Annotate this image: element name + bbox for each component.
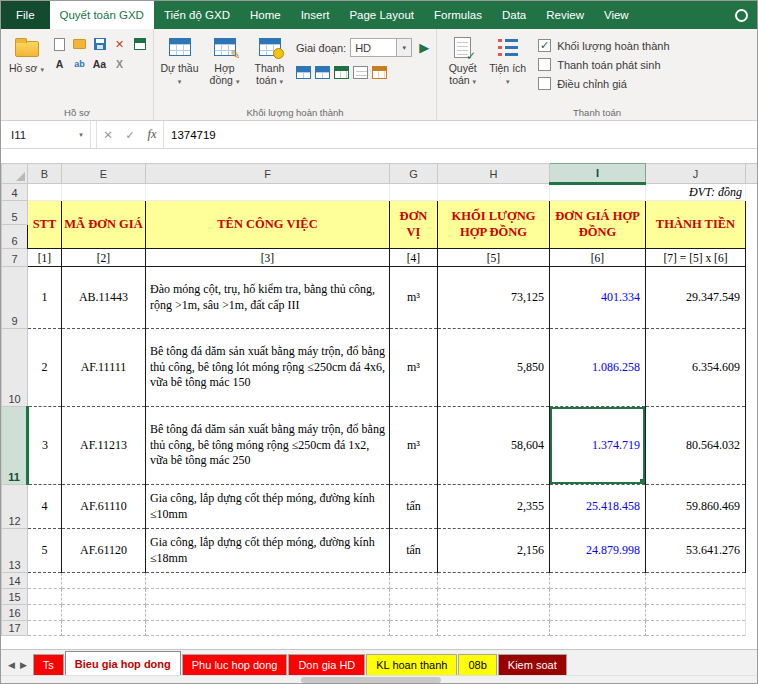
empty-cell[interactable] bbox=[646, 621, 746, 636]
empty-cell[interactable] bbox=[146, 589, 390, 605]
cell-J9[interactable]: 29.347.549 bbox=[646, 267, 746, 329]
tab-home[interactable]: Home bbox=[240, 1, 291, 29]
replace-text-button[interactable]: ab bbox=[71, 56, 88, 72]
checkbox-khoi-luong-hoan-thanh[interactable]: ✓ Khối lượng hoàn thành bbox=[538, 39, 669, 52]
cell-B10[interactable]: 2 bbox=[28, 329, 62, 407]
empty-cell[interactable] bbox=[390, 589, 438, 605]
cell-H12[interactable]: 2,355 bbox=[438, 485, 550, 529]
cell-F7[interactable]: [3] bbox=[146, 249, 390, 267]
empty-cell[interactable] bbox=[62, 573, 146, 589]
tab-review[interactable]: Review bbox=[536, 1, 594, 29]
tab-view[interactable]: View bbox=[594, 1, 639, 29]
export-button[interactable] bbox=[131, 36, 148, 52]
cell-B13[interactable]: 5 bbox=[28, 529, 62, 573]
giai-doan-dropdown[interactable]: HD ▾ bbox=[350, 38, 412, 57]
empty-cell[interactable] bbox=[438, 589, 550, 605]
empty-cell[interactable] bbox=[390, 573, 438, 589]
formula-input[interactable]: 1374719 bbox=[163, 121, 757, 148]
cell-F10[interactable]: Bê tông đá dăm sản xuất bằng máy trộn, đ… bbox=[146, 329, 390, 407]
cancel-button[interactable]: ✕ bbox=[97, 121, 119, 148]
save-button[interactable] bbox=[91, 36, 108, 52]
cell-J4-dvt-note[interactable]: ĐVT: đồng bbox=[646, 184, 746, 201]
empty-cell[interactable] bbox=[28, 573, 62, 589]
cell-H13[interactable]: 2,156 bbox=[438, 529, 550, 573]
cell-G10[interactable]: m³ bbox=[390, 329, 438, 407]
tien-ich-button[interactable]: Tiện ích ▾ bbox=[485, 32, 530, 105]
thanh-toan-button[interactable]: Thanh toán ▾ bbox=[247, 32, 292, 105]
header-thanh-tien[interactable]: THÀNH TIỀN bbox=[646, 201, 746, 249]
sheet-nav-left-icon[interactable]: ◀ bbox=[8, 660, 15, 670]
column-header-E[interactable]: E bbox=[62, 164, 146, 184]
quyet-toan-button[interactable]: Quyết toán ▾ bbox=[440, 32, 485, 105]
empty-cell[interactable] bbox=[646, 573, 746, 589]
cell-F13[interactable]: Gia công, lắp dựng cốt thép móng, đường … bbox=[146, 529, 390, 573]
cell-H11[interactable]: 58,604 bbox=[438, 407, 550, 485]
cell-I10[interactable]: 1.086.258 bbox=[550, 329, 646, 407]
sheet-tab-bieu-gia-hop-dong[interactable]: Bieu gia hop dong bbox=[65, 651, 181, 675]
sheet-tab-08b[interactable]: 08b bbox=[458, 654, 496, 675]
column-header-B[interactable]: B bbox=[28, 164, 62, 184]
cell-F4[interactable] bbox=[146, 184, 390, 201]
row-header-11[interactable]: 11 bbox=[2, 407, 28, 485]
empty-cell[interactable] bbox=[28, 589, 62, 605]
cell-G9[interactable]: m³ bbox=[390, 267, 438, 329]
row-header-7[interactable]: 7 bbox=[2, 249, 28, 267]
cell-E9[interactable]: AB.11443 bbox=[62, 267, 146, 329]
column-header-I[interactable]: I bbox=[550, 164, 646, 184]
cell-H4[interactable] bbox=[438, 184, 550, 201]
cell-B4[interactable] bbox=[28, 184, 62, 201]
cell-F9[interactable]: Đào móng cột, trụ, hố kiểm tra, bằng thủ… bbox=[146, 267, 390, 329]
cell-H7[interactable]: [5] bbox=[438, 249, 550, 267]
cell-H10[interactable]: 5,850 bbox=[438, 329, 550, 407]
header-stt[interactable]: STT bbox=[28, 201, 62, 249]
cell-I11-selected[interactable]: 1.374.719 bbox=[550, 407, 646, 485]
empty-cell[interactable] bbox=[438, 605, 550, 621]
empty-cell[interactable] bbox=[438, 573, 550, 589]
change-case-button[interactable]: Aa bbox=[91, 56, 108, 72]
cell-J7[interactable]: [7] = [5] x [6] bbox=[646, 249, 746, 267]
checkbox-thanh-toan-phat-sinh[interactable]: ✓ Thanh toán phát sinh bbox=[538, 58, 669, 71]
empty-cell[interactable] bbox=[62, 605, 146, 621]
insert-function-button[interactable]: fx bbox=[141, 121, 163, 148]
cell-I12[interactable]: 25.418.458 bbox=[550, 485, 646, 529]
close-file-button[interactable]: ✕ bbox=[111, 36, 128, 52]
empty-cell[interactable] bbox=[62, 621, 146, 636]
empty-cell[interactable] bbox=[646, 589, 746, 605]
cell-I7[interactable]: [6] bbox=[550, 249, 646, 267]
cell-G4[interactable] bbox=[390, 184, 438, 201]
scrollbar-thumb[interactable] bbox=[301, 677, 441, 683]
tab-quyet-toan-gxd[interactable]: Quyết toán GXD bbox=[50, 1, 154, 29]
tab-data[interactable]: Data bbox=[492, 1, 536, 29]
cell-J10[interactable]: 6.354.609 bbox=[646, 329, 746, 407]
row-header-15[interactable]: 15 bbox=[2, 589, 28, 605]
cell-B12[interactable]: 4 bbox=[28, 485, 62, 529]
column-header-H[interactable]: H bbox=[438, 164, 550, 184]
cell-G12[interactable]: tấn bbox=[390, 485, 438, 529]
table-paste-icon[interactable] bbox=[315, 66, 330, 79]
row-header-16[interactable]: 16 bbox=[2, 605, 28, 621]
sheet-tab-kl-hoan-thanh[interactable]: KL hoan thanh bbox=[366, 654, 457, 675]
table-copy-icon[interactable] bbox=[296, 66, 311, 79]
report-page-icon[interactable] bbox=[353, 66, 368, 79]
sheet-tab-ts[interactable]: Ts bbox=[33, 654, 64, 675]
empty-cell[interactable] bbox=[550, 605, 646, 621]
sheet-tab-don-gia-hd[interactable]: Don gia HD bbox=[288, 654, 365, 675]
empty-cell[interactable] bbox=[390, 605, 438, 621]
clear-button[interactable]: X bbox=[111, 56, 128, 72]
tab-page-layout[interactable]: Page Layout bbox=[339, 1, 424, 29]
empty-cell[interactable] bbox=[550, 589, 646, 605]
cell-G11[interactable]: m³ bbox=[390, 407, 438, 485]
row-header-4[interactable]: 4 bbox=[2, 184, 28, 201]
new-file-button[interactable] bbox=[51, 36, 68, 52]
hop-dong-button[interactable]: Hợp đồng ▾ bbox=[202, 32, 247, 105]
cell-B11[interactable]: 3 bbox=[28, 407, 62, 485]
cell-B7[interactable]: [1] bbox=[28, 249, 62, 267]
tab-insert[interactable]: Insert bbox=[291, 1, 340, 29]
cell-J13[interactable]: 53.641.276 bbox=[646, 529, 746, 573]
workbook-icon[interactable] bbox=[372, 66, 387, 79]
worksheet-icon[interactable] bbox=[334, 66, 349, 79]
row-header-12[interactable]: 12 bbox=[2, 485, 28, 529]
row-header-17[interactable]: 17 bbox=[2, 621, 28, 636]
header-ten-cong-viec[interactable]: TÊN CÔNG VIỆC bbox=[146, 201, 390, 249]
sheet-tab-kiem-soat[interactable]: Kiem soat bbox=[498, 654, 567, 675]
